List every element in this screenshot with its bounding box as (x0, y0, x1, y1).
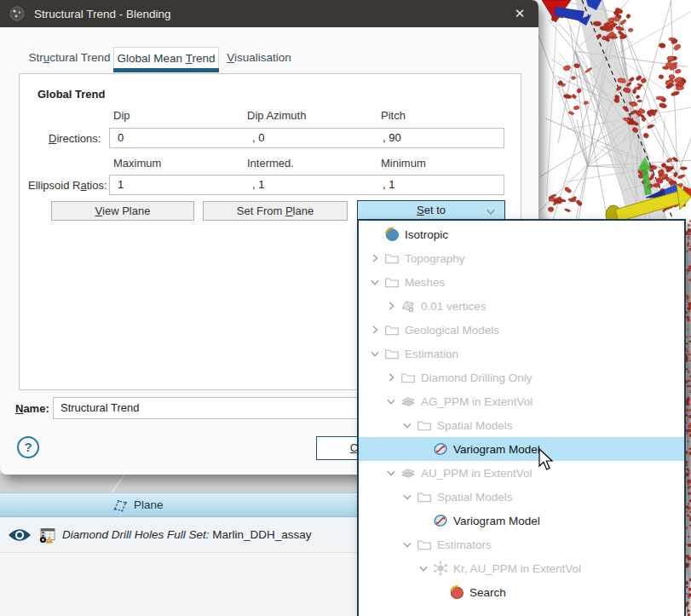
help-button[interactable]: ? (17, 436, 39, 458)
tree-item-meshes[interactable]: Meshes (359, 270, 684, 294)
column-label-minimum: Minimum (381, 157, 426, 170)
tree-item-estimation[interactable]: Estimation (359, 342, 684, 366)
folder-icon (384, 250, 400, 266)
pitch-value: , 90 (383, 129, 389, 147)
tree-item-spatial-models-ag[interactable]: Spatial Models (359, 413, 684, 437)
tree-item-topography[interactable]: Topography (359, 246, 684, 270)
tab-structural-trend[interactable]: Structural Trend (26, 47, 113, 68)
tree-item-variogram-model-au[interactable]: Variogram Model (359, 509, 684, 533)
chevron-down-icon[interactable] (401, 419, 413, 431)
shape-list-panel: Plane Diamond Drill Holes Full Set: Marl… (0, 492, 357, 616)
chevron-down-icon[interactable] (417, 562, 429, 574)
drillhole-row-label: Diamond Drill Holes Full Set: Marlin_DDH… (62, 528, 312, 541)
plane-icon (112, 498, 128, 513)
chevron-down-icon[interactable] (401, 538, 413, 550)
folder-icon (417, 537, 432, 552)
chevron-down-icon (484, 204, 498, 218)
tree-item-isotropic[interactable]: Isotropic (359, 222, 684, 246)
ellipsoid-ratios-label: Ellipsoid Ratios: (28, 179, 107, 192)
column-label-dip-azimuth: Dip Azimuth (247, 109, 306, 122)
set-to-dropdown-panel: Isotropic Topography Meshes 0.01 vertice… (357, 219, 686, 616)
tree-item-001-vertices[interactable]: 0.01 vertices (359, 294, 684, 318)
chevron-right-icon[interactable] (369, 324, 381, 336)
scene-background (0, 474, 357, 492)
application-window: Plane Diamond Drill Holes Full Set: Marl… (0, 0, 691, 616)
minimum-value: , 1 (383, 176, 389, 194)
folder-icon (384, 346, 400, 361)
set-from-plane-button[interactable]: Set From Plane (203, 201, 348, 221)
folder-icon (384, 274, 400, 290)
maximum-value: 1 (118, 176, 124, 194)
shape-list-header-plane[interactable]: Plane (0, 492, 357, 517)
close-button[interactable]: ✕ (510, 5, 530, 22)
ellipsoid-ratios-input[interactable]: 1 , 1 , 1 (109, 175, 504, 195)
tab-global-mean-trend[interactable]: Global Mean Trend (113, 47, 219, 68)
folder-icon (417, 489, 432, 504)
drillhole-table-icon (39, 527, 56, 544)
ellipsoid-red-icon (449, 584, 464, 600)
chevron-down-icon[interactable] (385, 395, 397, 407)
column-label-intermed: Intermed. (247, 157, 294, 170)
chevron-down-icon[interactable] (401, 491, 413, 503)
tree-item-variogram-model-ag[interactable]: Variogram Model (359, 437, 684, 461)
structural-trend-icon (9, 5, 26, 22)
directions-label: Directions: (49, 132, 101, 145)
visibility-eye-icon[interactable] (7, 527, 32, 544)
tree-item-estimators[interactable]: Estimators (359, 533, 684, 556)
column-label-maximum: Maximum (113, 157, 161, 170)
dialog-titlebar[interactable]: Structural Trend - Blending ✕ (0, 0, 538, 27)
name-label: Name: (15, 402, 49, 415)
folder-icon (400, 370, 416, 385)
3d-viewport-strip[interactable] (686, 220, 691, 616)
shape-list-row-drillholes[interactable]: Diamond Drill Holes Full Set: Marlin_DDH… (0, 517, 357, 553)
chevron-down-icon[interactable] (369, 348, 381, 360)
chevron-right-icon[interactable] (385, 371, 397, 383)
tree-item-kriging[interactable]: Kr, AU_PPM in ExtentVol (359, 556, 684, 580)
mesh-icon (400, 298, 416, 314)
folder-icon (417, 417, 432, 433)
interpolant-icon (400, 465, 416, 481)
chevron-down-icon[interactable] (369, 276, 381, 288)
tree-item-ag-ppm[interactable]: AG_PPM in ExtentVol (359, 389, 684, 413)
set-to-dropdown-button[interactable]: Set to (357, 200, 505, 221)
chevron-down-icon[interactable] (385, 467, 397, 479)
directions-input[interactable]: 0 , 0 , 90 (109, 128, 504, 148)
chevron-right-icon[interactable] (385, 300, 397, 312)
tree-item-search[interactable]: Search (359, 580, 684, 604)
active-tab-indicator (113, 68, 219, 72)
mouse-cursor (538, 448, 555, 472)
dip-azimuth-value: , 0 (252, 129, 258, 147)
plane-header-label: Plane (134, 498, 164, 511)
chevron-right-icon[interactable] (369, 252, 381, 264)
tab-visualisation[interactable]: Visualisation (223, 47, 295, 68)
3d-viewport[interactable] (537, 0, 691, 220)
dialog-title: Structural Trend - Blending (34, 8, 171, 20)
dip-value: 0 (118, 129, 124, 147)
column-label-pitch: Pitch (381, 109, 406, 122)
tree-item-spatial-models-au[interactable]: Spatial Models (359, 485, 684, 509)
variogram-icon (433, 441, 448, 457)
interpolant-icon (400, 394, 416, 409)
kriging-icon (433, 561, 448, 576)
intermediate-value: , 1 (252, 176, 258, 194)
global-trend-section-title: Global Trend (37, 88, 105, 101)
tree-item-diamond-drilling-only[interactable]: Diamond Drilling Only (359, 366, 684, 389)
view-plane-button[interactable]: View Plane (51, 201, 194, 221)
variogram-icon (433, 513, 448, 528)
column-label-dip: Dip (113, 109, 130, 122)
ellipsoid-blue-icon (384, 227, 400, 242)
tree-item-geological-models[interactable]: Geological Models (359, 318, 684, 342)
wireframe-line (111, 474, 151, 492)
tree-item-au-ppm[interactable]: AU_PPM in ExtentVol (359, 461, 684, 485)
folder-icon (384, 322, 400, 337)
